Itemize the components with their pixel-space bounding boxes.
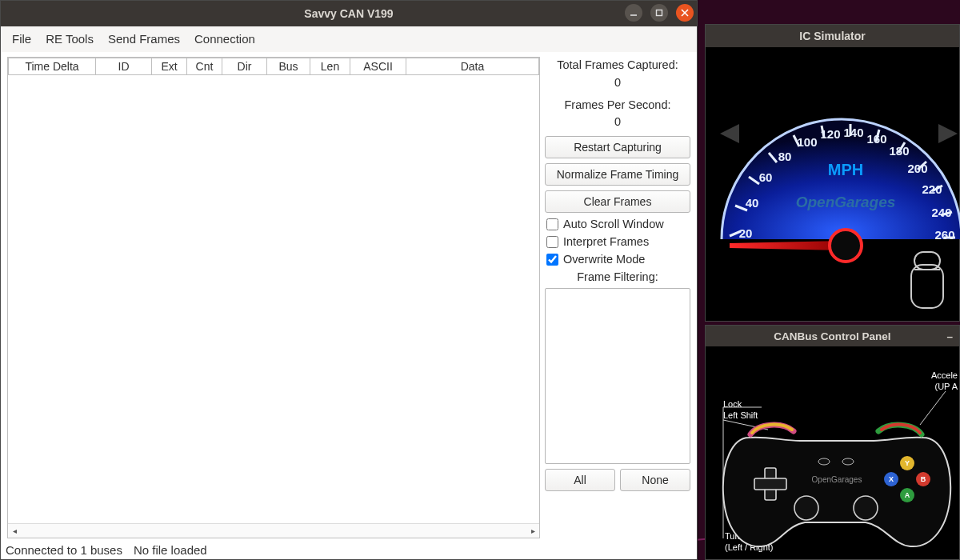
canbus-minimize-icon[interactable]: – [946, 330, 953, 342]
canbus-control-window: CANBus Control Panel – Lock Left Shift A… [705, 325, 960, 560]
tick-180: 180 [889, 144, 909, 158]
frame-table-pane: Time Delta ID Ext Cnt Dir Bus Len ASCII … [7, 57, 540, 538]
svg-rect-19 [911, 265, 943, 308]
scroll-right-icon[interactable]: ▸ [526, 525, 539, 538]
tick-120: 120 [820, 127, 840, 141]
speedometer-brand: OpenGarages [796, 194, 896, 210]
status-file: No file loaded [134, 543, 207, 557]
stat-fps-value: 0 [545, 114, 690, 131]
frame-filter-list[interactable] [545, 288, 690, 464]
face-a-label: A [905, 491, 910, 499]
savvycan-statusbar: Connected to 1 buses No file loaded [1, 540, 697, 559]
menu-file[interactable]: File [7, 29, 36, 49]
svg-point-32 [842, 458, 854, 465]
frame-table[interactable]: Time Delta ID Ext Cnt Dir Bus Len ASCII … [7, 57, 540, 538]
savvycan-side-panel: Total Frames Captured: 0 Frames Per Seco… [545, 57, 690, 538]
interpret-frames-input[interactable] [546, 236, 558, 248]
clear-frames-button[interactable]: Clear Frames [545, 190, 690, 213]
col-ext[interactable]: Ext [152, 58, 187, 75]
filter-none-button[interactable]: None [620, 469, 690, 491]
face-y-label: Y [905, 459, 910, 467]
gamepad-illustration: Y B A X OpenGarages [717, 406, 957, 558]
stat-total-value: 0 [545, 74, 690, 92]
tick-60: 60 [759, 170, 773, 184]
restart-capturing-button[interactable]: Restart Capturing [545, 136, 690, 158]
svg-point-31 [818, 458, 830, 465]
ic-simulator-window: IC Simulator [705, 24, 960, 322]
auto-scroll-label: Auto Scroll Window [563, 218, 664, 230]
svg-point-29 [794, 496, 818, 520]
savvycan-titlebar[interactable]: Savvy CAN V199 [1, 1, 697, 26]
minimize-icon [630, 9, 638, 17]
tick-200: 200 [907, 162, 927, 175]
svg-rect-28 [754, 478, 786, 490]
ic-simulator-titlebar[interactable]: IC Simulator [706, 25, 959, 47]
tick-100: 100 [797, 135, 817, 149]
maximize-icon [655, 9, 663, 17]
car-lock-icon [906, 249, 948, 313]
stat-fps-label: Frames Per Second: [545, 97, 690, 114]
col-ascii[interactable]: ASCII [350, 58, 406, 75]
close-icon [681, 9, 689, 17]
minimize-button[interactable] [625, 4, 642, 22]
col-bus[interactable]: Bus [267, 58, 310, 75]
status-connection: Connected to 1 buses [6, 543, 122, 557]
savvycan-body: Time Delta ID Ext Cnt Dir Bus Len ASCII … [1, 52, 697, 540]
auto-scroll-input[interactable] [546, 218, 558, 230]
speed-unit: MPH [828, 161, 863, 178]
col-data[interactable]: Data [406, 58, 539, 75]
tick-220: 220 [922, 182, 942, 196]
table-scrollbar-horizontal[interactable]: ◂ ▸ [8, 523, 539, 538]
tick-160: 160 [866, 132, 886, 146]
col-time-delta[interactable]: Time Delta [8, 58, 96, 75]
filter-button-row: All None [545, 469, 690, 491]
overwrite-mode-checkbox[interactable]: Overwrite Mode [545, 253, 690, 266]
canbus-title-text: CANBus Control Panel [774, 330, 890, 342]
savvycan-title-text: Savvy CAN V199 [304, 7, 393, 20]
menu-re-tools[interactable]: RE Tools [41, 29, 98, 49]
desktop-background: { "savvy": { "title": "Savvy CAN V199", … [0, 0, 960, 560]
stat-fps: Frames Per Second: 0 [545, 97, 690, 132]
auto-scroll-checkbox[interactable]: Auto Scroll Window [545, 218, 690, 230]
col-dir[interactable]: Dir [222, 58, 267, 75]
overwrite-mode-label: Overwrite Mode [563, 253, 645, 266]
speedometer-hub [830, 230, 862, 262]
interpret-frames-checkbox[interactable]: Interpret Frames [545, 235, 690, 248]
tick-80: 80 [778, 150, 792, 163]
overwrite-mode-input[interactable] [546, 254, 558, 266]
canbus-titlebar[interactable]: CANBus Control Panel – [706, 326, 959, 346]
face-x-label: X [889, 475, 894, 483]
normalize-timing-button[interactable]: Normalize Frame Timing [545, 163, 690, 186]
stat-total-label: Total Frames Captured: [545, 57, 690, 74]
speedometer-gauge: 20 40 60 80 100 120 140 160 180 200 220 … [706, 63, 960, 271]
col-id[interactable]: ID [96, 58, 152, 75]
scroll-left-icon[interactable]: ◂ [8, 525, 21, 538]
ic-simulator-title-text: IC Simulator [799, 30, 865, 42]
frame-filtering-label: Frame Filtering: [545, 270, 690, 283]
svg-point-30 [854, 496, 878, 520]
tick-140: 140 [843, 126, 863, 139]
face-b-label: B [921, 475, 926, 483]
svg-rect-20 [914, 252, 940, 270]
stat-total-frames: Total Frames Captured: 0 [545, 57, 690, 92]
menu-send-frames[interactable]: Send Frames [103, 29, 185, 49]
maximize-button[interactable] [650, 4, 668, 22]
frame-table-header: Time Delta ID Ext Cnt Dir Bus Len ASCII … [8, 58, 539, 75]
savvycan-menubar: File RE Tools Send Frames Connection [1, 26, 697, 52]
close-button[interactable] [676, 4, 694, 22]
tick-20: 20 [739, 226, 753, 240]
col-cnt[interactable]: Cnt [187, 58, 222, 75]
col-len[interactable]: Len [310, 58, 350, 75]
canbus-body: Lock Left Shift Accele (UP A Turn (Left … [706, 346, 959, 559]
svg-rect-1 [657, 10, 662, 16]
tick-240: 240 [931, 206, 951, 219]
filter-all-button[interactable]: All [545, 469, 615, 491]
tick-40: 40 [746, 196, 759, 210]
savvycan-window: Savvy CAN V199 File RE Tools Send Frames… [0, 0, 698, 560]
gamepad-brand: OpenGarages [812, 475, 862, 484]
tick-260: 260 [934, 228, 954, 242]
window-controls [625, 4, 694, 22]
menu-connection[interactable]: Connection [190, 29, 260, 49]
interpret-frames-label: Interpret Frames [563, 235, 649, 248]
ic-simulator-body: 20 40 60 80 100 120 140 160 180 200 220 … [706, 47, 959, 321]
